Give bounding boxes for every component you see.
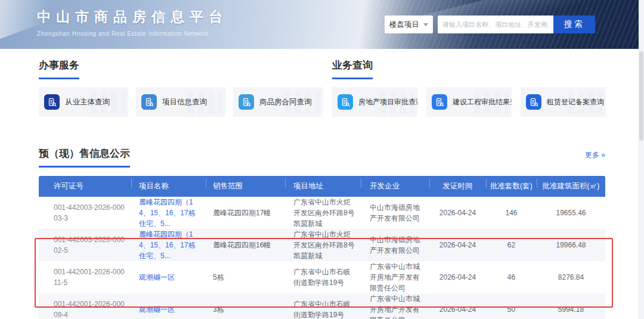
more-link[interactable]: 更多 » — [585, 150, 605, 160]
presale-header: 预（现）售信息公示 更多 » — [39, 147, 605, 168]
column-header: 批准套数(套) — [486, 181, 537, 191]
search-bar: 楼盘项目 搜索 — [385, 16, 595, 33]
table-cell: 2026-04-24 — [429, 304, 486, 315]
chevron-down-icon — [423, 23, 428, 26]
table-cell: 广东省中山市石岐街道勤学路19号 — [285, 299, 361, 319]
table-cell: 001-442003-2026-00003-3 — [39, 202, 131, 224]
card-label: 项目信息查询 — [162, 97, 207, 107]
card-construction-approval-query[interactable]: 建设工程审批结果查询 — [426, 87, 512, 117]
card-project-approval-query[interactable]: 房地产项目审批查询 — [332, 87, 417, 117]
table-cell: 广东省中山市火炬开发区南外环路8号凯茵新城 — [285, 197, 361, 229]
presale-table: 许可证号项目名称销售范围项目地址开发企业发证时间批准套数(套)批准建筑面积(㎡)… — [39, 176, 605, 319]
scrollbar[interactable] — [639, 0, 644, 319]
card-label: 建设工程审批结果查询 — [453, 97, 512, 107]
table-cell: 麓峰花园四期16幢 — [206, 240, 285, 250]
services-card-list: 从业主体查询项目信息查询商品房合同查询 — [39, 87, 323, 117]
site-title: 中山市商品房信息平台 — [37, 8, 228, 26]
table-cell: 广东省中山市城开房地产开发有限责任公司 — [361, 293, 429, 319]
table-cell: 广东省中山市城开房地产开发有限责任公司 — [361, 261, 429, 293]
search-category-select[interactable]: 楼盘项目 — [385, 16, 433, 33]
table-cell: 麓峰花园四期17幢 — [206, 207, 285, 218]
table-cell: 中山市海德房地产开发有限公司 — [361, 234, 429, 256]
table-row: 001-442003-2026-00002-5麓峰花园四期（14、15、16、1… — [39, 229, 605, 261]
table-cell: 5栋 — [206, 272, 285, 283]
practitioner-query-icon — [44, 94, 60, 110]
column-header: 开发企业 — [361, 181, 429, 191]
card-contract-query[interactable]: 商品房合同查询 — [233, 87, 323, 117]
table-cell: 3栋 — [206, 304, 285, 315]
project-name-link[interactable]: 麓峰花园四期（14、15、16、17栋住宅、5... — [131, 229, 206, 261]
table-cell: 46 — [486, 272, 537, 283]
table-cell: 146 — [486, 207, 537, 218]
table-cell: 19966.48 — [537, 240, 605, 250]
card-project-info-query[interactable]: 项目信息查询 — [136, 87, 225, 117]
project-info-query-icon — [141, 94, 157, 110]
column-header: 批准建筑面积(㎡) — [537, 181, 605, 191]
table-cell: 8276.84 — [537, 272, 605, 283]
site-subtitle: Zhongshan Housing and Real Estate Inform… — [37, 30, 228, 37]
project-name-link[interactable]: 观潮樾一区 — [131, 272, 206, 283]
section-presale: 预（现）售信息公示 更多 » 许可证号项目名称销售范围项目地址开发企业发证时间批… — [39, 147, 605, 319]
section-title-services: 办事服务 — [39, 58, 79, 79]
table-header-row: 许可证号项目名称销售范围项目地址开发企业发证时间批准套数(套)批准建筑面积(㎡) — [39, 176, 605, 197]
table-cell: 中山市海德房地产开发有限公司 — [361, 202, 429, 224]
table-row: 001-442001-2026-00011-5观潮樾一区5栋广东省中山市石岐街道… — [39, 261, 605, 293]
project-name-link[interactable]: 观潮樾一区 — [131, 304, 206, 315]
search-category-value: 楼盘项目 — [389, 20, 419, 30]
table-cell: 62 — [486, 240, 537, 250]
table-cell: 2026-04-24 — [429, 207, 486, 218]
table-cell: 2026-04-24 — [429, 240, 486, 250]
table-cell: 001-442003-2026-00002-5 — [39, 234, 131, 256]
column-header: 项目名称 — [131, 181, 206, 191]
page-header: 中山市商品房信息平台 Zhongshan Housing and Real Es… — [0, 0, 644, 49]
table-cell: 2026-04-24 — [429, 272, 486, 283]
card-lease-registration-query[interactable]: 租赁登记备案查询 — [521, 87, 606, 117]
scrollbar-thumb[interactable] — [639, 51, 643, 141]
card-practitioner-query[interactable]: 从业主体查询 — [39, 87, 128, 117]
construction-approval-query-icon — [432, 94, 447, 110]
table-body: 001-442003-2026-00003-3麓峰花园四期（14、15、16、1… — [39, 197, 605, 319]
brand: 中山市商品房信息平台 Zhongshan Housing and Real Es… — [37, 8, 228, 37]
table-cell: 50 — [486, 304, 537, 315]
table-cell: 001-442001-2026-00009-4 — [39, 299, 131, 319]
table-row: 001-442001-2026-00009-4观潮樾一区3栋广东省中山市石岐街道… — [39, 293, 605, 319]
contract-query-icon — [239, 94, 254, 110]
card-label: 租赁登记备案查询 — [547, 97, 604, 107]
card-label: 从业主体查询 — [65, 97, 110, 107]
search-input[interactable] — [438, 16, 553, 33]
card-label: 商品房合同查询 — [259, 97, 312, 107]
section-title-business: 业务查询 — [332, 58, 373, 79]
table-cell: 5994.18 — [537, 304, 605, 315]
project-name-link[interactable]: 麓峰花园四期（14、15、16、17栋住宅、5... — [131, 197, 206, 229]
lease-registration-query-icon — [526, 94, 541, 110]
column-header: 项目地址 — [285, 181, 361, 191]
business-card-list: 房地产项目审批查询建设工程审批结果查询租赁登记备案查询 — [332, 87, 606, 117]
column-header: 发证时间 — [429, 181, 486, 191]
column-header: 许可证号 — [39, 181, 131, 191]
table-cell: 广东省中山市火炬开发区南外环路8号凯茵新城 — [285, 229, 361, 261]
section-title-presale: 预（现）售信息公示 — [39, 147, 130, 168]
table-row: 001-442003-2026-00003-3麓峰花园四期（14、15、16、1… — [39, 197, 605, 229]
search-button[interactable]: 搜索 — [553, 16, 595, 33]
table-cell: 广东省中山市石岐街道勤学路19号 — [285, 267, 361, 288]
project-approval-query-icon — [338, 94, 353, 110]
table-cell: 001-442001-2026-00011-5 — [39, 267, 131, 288]
card-label: 房地产项目审批查询 — [358, 97, 417, 107]
section-business: 业务查询 房地产项目审批查询建设工程审批结果查询租赁登记备案查询 — [332, 58, 606, 117]
table-cell: 19655.46 — [537, 207, 605, 218]
section-services: 办事服务 从业主体查询项目信息查询商品房合同查询 — [39, 58, 323, 117]
column-header: 销售范围 — [206, 181, 285, 191]
